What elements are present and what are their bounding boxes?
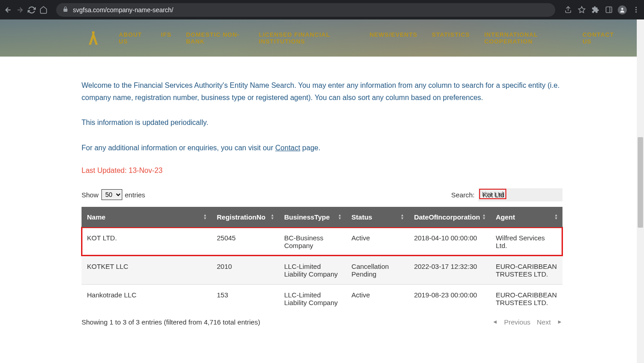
cell-type: LLC-Limited Liability Company bbox=[279, 284, 346, 313]
table-row: KOTKET LLC2010LLC-Limited Liability Comp… bbox=[82, 256, 562, 284]
forward-button[interactable] bbox=[15, 5, 24, 14]
last-updated: Last Updated: 13-Nov-23 bbox=[82, 167, 562, 175]
next-button[interactable]: Next bbox=[537, 318, 551, 326]
panel-icon[interactable] bbox=[604, 5, 613, 14]
col-agent[interactable]: Agent▲▼ bbox=[490, 207, 562, 228]
site-logo[interactable] bbox=[82, 28, 105, 48]
intro-paragraph-2: This information is updated periodically… bbox=[82, 116, 562, 129]
nav-statistics[interactable]: STATISTICS bbox=[432, 31, 470, 45]
home-button[interactable] bbox=[39, 5, 48, 14]
nav-domestic-non-bank[interactable]: DOMESTIC NON-BANK bbox=[186, 31, 245, 45]
address-bar[interactable]: svgfsa.com/company-name-search/ bbox=[56, 3, 555, 17]
table-row: KOT LTD.25045BC-Business CompanyActive20… bbox=[82, 227, 562, 256]
table-row: Hankotrade LLC153LLC-Limited Liability C… bbox=[82, 284, 562, 313]
table-footer: Showing 1 to 3 of 3 entries (filtered fr… bbox=[82, 318, 562, 326]
sort-icon: ▲▼ bbox=[400, 214, 404, 220]
nav-about-us[interactable]: ABOUT US bbox=[119, 31, 146, 45]
col-registration-no[interactable]: RegistrationNo▲▼ bbox=[211, 207, 279, 228]
cell-agent: Wilfred Services Ltd. bbox=[490, 227, 562, 256]
sort-icon: ▲▼ bbox=[554, 214, 558, 220]
browser-right-icons bbox=[563, 5, 640, 14]
main-nav: ABOUT US IFS DOMESTIC NON-BANK LICENSED … bbox=[119, 31, 617, 45]
cell-name: KOT LTD. bbox=[82, 227, 211, 256]
lock-icon bbox=[62, 6, 68, 14]
col-status[interactable]: Status▲▼ bbox=[346, 207, 409, 228]
entries-label: entries bbox=[125, 191, 145, 199]
nav-international-cooperation[interactable]: INTERNATIONAL COOPERATION bbox=[485, 31, 568, 45]
table-header-row: Name▲▼ RegistrationNo▲▼ BusinessType▲▼ S… bbox=[82, 207, 562, 228]
intro-p3-suffix: page. bbox=[300, 144, 320, 152]
url-text: svgfsa.com/company-name-search/ bbox=[73, 6, 173, 14]
bookmark-icon[interactable] bbox=[577, 5, 586, 14]
cell-agent: EURO-CARIBBEAN TRUSTEES LTD. bbox=[490, 256, 562, 284]
intro-p3-prefix: For any additional information or enquir… bbox=[82, 144, 275, 152]
cell-status: Active bbox=[346, 227, 409, 256]
previous-button[interactable]: Previous bbox=[504, 318, 530, 326]
cell-reg: 2010 bbox=[211, 256, 279, 284]
entries-select[interactable]: 50 bbox=[101, 189, 122, 200]
svg-point-5 bbox=[635, 11, 637, 13]
svg-point-6 bbox=[92, 31, 95, 34]
pagination: ◄ Previous Next ► bbox=[492, 318, 562, 326]
sort-icon: ▲▼ bbox=[270, 214, 274, 220]
profile-avatar[interactable] bbox=[618, 5, 627, 14]
nav-contact-us[interactable]: CONTACT US bbox=[582, 31, 617, 45]
back-button[interactable] bbox=[4, 5, 13, 14]
show-entries: Show 50 entries bbox=[82, 189, 145, 200]
cell-date: 2022-03-17 12:32:30 bbox=[409, 256, 490, 284]
cell-date: 2019-08-23 00:00:00 bbox=[409, 284, 490, 313]
col-name[interactable]: Name▲▼ bbox=[82, 207, 211, 228]
browser-toolbar: svgfsa.com/company-name-search/ bbox=[0, 0, 644, 19]
cell-type: LLC-Limited Liability Company bbox=[279, 256, 346, 284]
site-header: ABOUT US IFS DOMESTIC NON-BANK LICENSED … bbox=[0, 19, 644, 57]
prev-arrow-icon: ◄ bbox=[492, 319, 498, 325]
reload-button[interactable] bbox=[27, 5, 36, 14]
search-input[interactable] bbox=[478, 188, 562, 201]
browser-nav-buttons bbox=[4, 5, 48, 14]
col-business-type[interactable]: BusinessType▲▼ bbox=[279, 207, 346, 228]
cell-agent: EURO-CARIBBEAN TRUSTEES LTD. bbox=[490, 284, 562, 313]
svg-point-3 bbox=[635, 7, 637, 8]
cell-date: 2018-04-10 00:00:00 bbox=[409, 227, 490, 256]
showing-info: Showing 1 to 3 of 3 entries (filtered fr… bbox=[82, 318, 260, 326]
search-label: Search: bbox=[451, 191, 475, 199]
cell-name: Hankotrade LLC bbox=[82, 284, 211, 313]
scrollbar-thumb[interactable] bbox=[638, 137, 643, 228]
search-box: Search: Kot Ltd bbox=[451, 188, 562, 201]
cell-status: Active bbox=[346, 284, 409, 313]
share-icon[interactable] bbox=[563, 5, 572, 14]
intro-paragraph-3: For any additional information or enquir… bbox=[82, 142, 562, 154]
results-table: Name▲▼ RegistrationNo▲▼ BusinessType▲▼ S… bbox=[82, 207, 562, 313]
cell-reg: 25045 bbox=[211, 227, 279, 256]
sort-icon: ▲▼ bbox=[338, 214, 341, 220]
extensions-icon[interactable] bbox=[591, 5, 600, 14]
show-label: Show bbox=[82, 191, 99, 199]
scrollbar-track[interactable] bbox=[637, 19, 644, 326]
menu-icon[interactable] bbox=[631, 5, 640, 14]
sort-icon: ▲▼ bbox=[482, 214, 486, 220]
cell-name: KOTKET LLC bbox=[82, 256, 211, 284]
col-date-of-incorporation[interactable]: DateOfIncorporation▲▼ bbox=[409, 207, 490, 228]
cell-status: Cancellation Pending bbox=[346, 256, 409, 284]
nav-licensed-financial[interactable]: LICENSED FINANCIAL INSTITUTIONS bbox=[259, 31, 355, 45]
svg-point-2 bbox=[621, 8, 624, 10]
cell-type: BC-Business Company bbox=[279, 227, 346, 256]
contact-link[interactable]: Contact bbox=[275, 144, 300, 152]
nav-news-events[interactable]: NEWS/EVENTS bbox=[370, 31, 418, 45]
table-controls: Show 50 entries Search: Kot Ltd bbox=[82, 188, 562, 201]
svg-point-4 bbox=[635, 9, 637, 10]
svg-rect-0 bbox=[606, 7, 612, 13]
page-content: Welcome to the Financial Services Author… bbox=[82, 57, 562, 326]
intro-paragraph-1: Welcome to the Financial Services Author… bbox=[82, 79, 562, 104]
next-arrow-icon: ► bbox=[557, 319, 562, 325]
nav-ifs[interactable]: IFS bbox=[161, 31, 171, 45]
sort-icon: ▲▼ bbox=[203, 214, 207, 220]
cell-reg: 153 bbox=[211, 284, 279, 313]
